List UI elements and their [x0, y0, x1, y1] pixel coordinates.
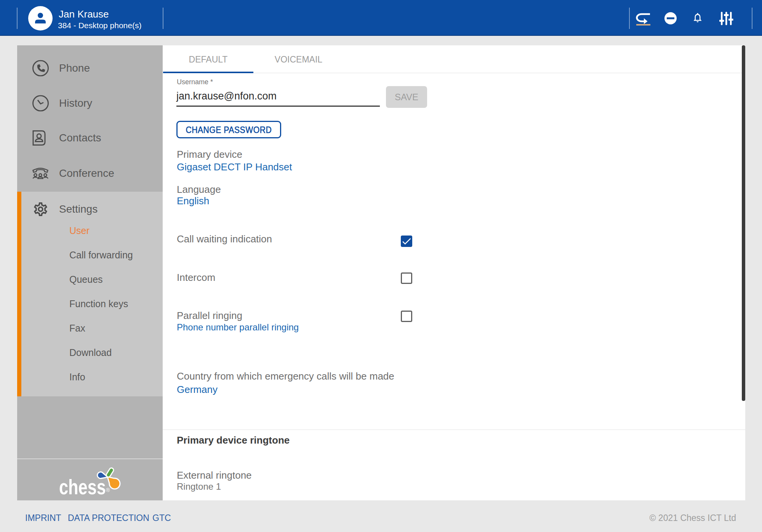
- svg-text:®: ®: [106, 487, 110, 493]
